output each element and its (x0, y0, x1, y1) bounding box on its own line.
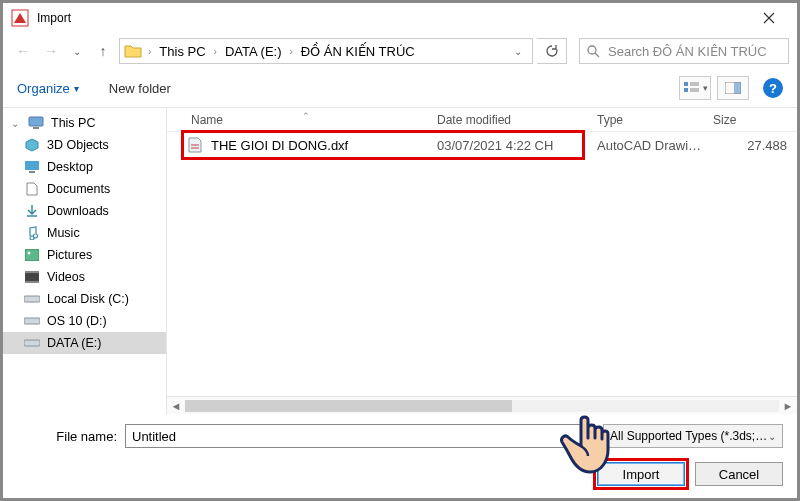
svg-point-1 (588, 46, 596, 54)
tree-item-pictures[interactable]: Pictures (3, 244, 166, 266)
image-icon (23, 249, 41, 261)
svg-rect-17 (24, 340, 40, 346)
search-box[interactable] (579, 38, 789, 64)
desktop-icon (23, 161, 41, 173)
navigation-tree[interactable]: ⌄ This PC 3D Objects Desktop Documents D… (3, 108, 167, 414)
tree-label: Pictures (47, 248, 92, 262)
column-name[interactable]: ⌃Name (167, 113, 437, 127)
tree-item-videos[interactable]: Videos (3, 266, 166, 288)
download-icon (23, 204, 41, 218)
svg-rect-2 (684, 82, 688, 86)
svg-point-11 (28, 252, 31, 255)
organize-menu[interactable]: Organize ▾ (17, 81, 79, 96)
tree-label: Videos (47, 270, 85, 284)
drive-icon (23, 316, 41, 326)
column-headers[interactable]: ⌃Name Date modified Type Size (167, 108, 797, 132)
nav-up-button[interactable]: ↑ (91, 39, 115, 63)
tree-label: DATA (E:) (47, 336, 101, 350)
file-row[interactable]: THE GIOI DI DONG.dxf 03/07/2021 4:22 CH … (167, 132, 797, 158)
tree-item-os10-d[interactable]: OS 10 (D:) (3, 310, 166, 332)
view-options-button[interactable]: ▾ (679, 76, 711, 100)
chevron-down-icon: ▾ (703, 83, 708, 93)
close-button[interactable] (749, 3, 789, 33)
file-type-label: All Supported Types (*.3ds; *.bn (610, 429, 768, 443)
tree-item-3d-objects[interactable]: 3D Objects (3, 134, 166, 156)
svg-rect-10 (25, 249, 39, 261)
tree-label: This PC (51, 116, 95, 130)
app-icon (11, 9, 29, 27)
chevron-right-icon: › (146, 46, 153, 57)
svg-rect-16 (24, 318, 40, 324)
chevron-down-icon: ▾ (74, 83, 79, 94)
folder-icon (124, 43, 142, 59)
svg-rect-13 (25, 271, 39, 273)
scrollbar-thumb[interactable] (185, 400, 512, 412)
file-size: 27.488 (707, 138, 797, 153)
tree-label: Downloads (47, 204, 109, 218)
breadcrumb-drive[interactable]: DATA (E:) (221, 43, 286, 60)
cancel-button[interactable]: Cancel (695, 462, 783, 486)
tree-item-downloads[interactable]: Downloads (3, 200, 166, 222)
scroll-left-icon[interactable]: ◄ (167, 400, 185, 412)
tree-item-local-disk-c[interactable]: Local Disk (C:) (3, 288, 166, 310)
scroll-right-icon[interactable]: ► (779, 400, 797, 412)
tree-item-this-pc[interactable]: ⌄ This PC (3, 112, 166, 134)
music-icon (23, 226, 41, 240)
refresh-button[interactable] (537, 38, 567, 64)
svg-rect-15 (24, 296, 40, 302)
svg-rect-12 (25, 273, 39, 281)
tree-label: 3D Objects (47, 138, 109, 152)
import-button[interactable]: Import (597, 462, 685, 486)
file-name: THE GIOI DI DONG.dxf (211, 138, 348, 153)
video-icon (23, 271, 41, 283)
svg-rect-7 (33, 127, 39, 129)
search-input[interactable] (606, 43, 782, 60)
tree-label: OS 10 (D:) (47, 314, 107, 328)
drive-icon (23, 294, 41, 304)
dxf-file-icon (187, 137, 203, 153)
column-type[interactable]: Type (587, 113, 707, 127)
chevron-down-icon: ⌄ (768, 431, 776, 442)
svg-rect-14 (25, 281, 39, 283)
help-button[interactable]: ? (763, 78, 783, 98)
file-date: 03/07/2021 4:22 CH (437, 138, 587, 153)
breadcrumb-dropdown[interactable]: ⌄ (508, 46, 528, 57)
breadcrumb-this-pc[interactable]: This PC (155, 43, 209, 60)
chevron-down-icon: ⌄ (11, 118, 21, 129)
document-icon (23, 182, 41, 196)
tree-item-music[interactable]: Music (3, 222, 166, 244)
chevron-right-icon: › (288, 46, 295, 57)
nav-back-button[interactable]: ← (11, 39, 35, 63)
tree-label: Documents (47, 182, 110, 196)
nav-history-dropdown[interactable]: ⌄ (67, 46, 87, 57)
file-type: AutoCAD Drawing... (587, 138, 707, 153)
monitor-icon (27, 116, 45, 130)
column-date[interactable]: Date modified (437, 113, 587, 127)
chevron-right-icon: › (212, 46, 219, 57)
file-name-label: File name: (17, 429, 117, 444)
sort-asc-icon: ⌃ (302, 111, 310, 121)
file-type-select[interactable]: All Supported Types (*.3ds; *.bn ⌄ (603, 424, 783, 448)
window-title: Import (37, 11, 749, 25)
preview-pane-button[interactable] (717, 76, 749, 100)
svg-rect-6 (29, 117, 43, 126)
svg-rect-5 (734, 82, 741, 94)
tree-item-desktop[interactable]: Desktop (3, 156, 166, 178)
svg-rect-8 (25, 161, 39, 170)
drive-icon (23, 338, 41, 348)
breadcrumb-folder[interactable]: ĐỒ ÁN KIẾN TRÚC (297, 43, 419, 60)
column-size[interactable]: Size (707, 113, 797, 127)
breadcrumb[interactable]: › This PC › DATA (E:) › ĐỒ ÁN KIẾN TRÚC … (119, 38, 533, 64)
tree-label: Local Disk (C:) (47, 292, 129, 306)
search-icon (586, 44, 600, 58)
svg-rect-3 (684, 88, 688, 92)
svg-rect-9 (29, 171, 35, 173)
tree-label: Desktop (47, 160, 93, 174)
cube-icon (23, 138, 41, 152)
nav-forward-button[interactable]: → (39, 39, 63, 63)
tree-item-documents[interactable]: Documents (3, 178, 166, 200)
file-name-input[interactable] (125, 424, 595, 448)
horizontal-scrollbar[interactable]: ◄ ► (167, 396, 797, 414)
new-folder-button[interactable]: New folder (109, 81, 171, 96)
tree-item-data-e[interactable]: DATA (E:) (3, 332, 166, 354)
